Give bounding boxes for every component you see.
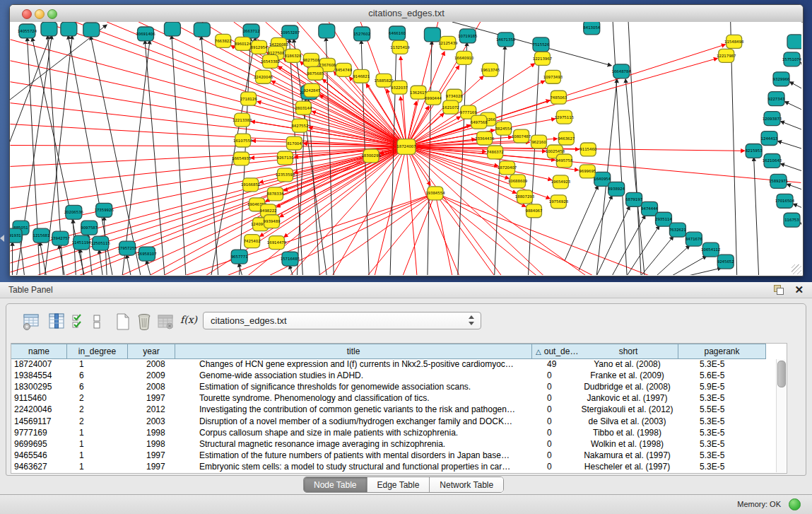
cell-title[interactable]: Changes of HCN gene expression and I(f) … (175, 358, 553, 370)
yellow-paper-node[interactable]: 19613745 (481, 63, 500, 76)
cell-short[interactable]: Dudbridge et al. (2008) (579, 381, 676, 392)
table-settings-icon[interactable] (22, 313, 40, 331)
cell-name[interactable]: 18724007 (11, 358, 67, 370)
teal-paper-node[interactable]: 14671358 (496, 33, 516, 47)
cell-title[interactable]: Structural magnetic resonance image aver… (175, 438, 553, 450)
window-resize-grip[interactable] (792, 264, 801, 274)
table-row[interactable]: 1456911722003Disruption of a novel membe… (11, 416, 786, 427)
cell-name[interactable]: 18300295 (11, 381, 67, 392)
function-icon[interactable]: f(x) (180, 314, 199, 332)
scrollbar-thumb[interactable] (777, 361, 786, 387)
network-canvas[interactable]: 1405572430691406266371210953287152760264… (10, 22, 801, 275)
teal-paper-node[interactable]: 8938924 (608, 182, 625, 196)
yellow-paper-node[interactable]: 9699695 (579, 165, 596, 178)
table-type-tabs[interactable]: Node TableEdge TableNetwork Table (303, 477, 504, 493)
yellow-paper-node[interactable]: 12975115 (555, 110, 574, 124)
tab-edge-table[interactable]: Edge Table (367, 477, 430, 492)
teal-paper-node[interactable] (194, 23, 210, 37)
teal-paper-node[interactable]: 7632621 (669, 223, 686, 237)
cell-short[interactable]: Tibbo et al. (1998) (579, 427, 676, 438)
column-header-pagerank[interactable]: pagerank (678, 344, 766, 359)
table-row[interactable]: 946554611997Estimation of the future num… (11, 450, 786, 461)
yellow-paper-node[interactable]: 11548498 (724, 35, 744, 48)
yellow-paper-node[interactable]: 10688609 (508, 175, 528, 188)
cell-title[interactable]: Disruption of a novel member of a sodium… (175, 416, 553, 427)
teal-paper-node[interactable]: 9245652 (717, 255, 734, 269)
teal-paper-node[interactable]: 10654112 (701, 243, 720, 257)
yellow-paper-node[interactable]: 9875685 (307, 66, 324, 80)
trash-icon[interactable] (135, 313, 153, 331)
tab-network-table[interactable]: Network Table (430, 477, 503, 492)
teal-paper-node[interactable]: 8413054 (583, 22, 601, 35)
network-window-titlebar[interactable]: citations_edges.txt (10, 5, 803, 23)
teal-paper-node[interactable]: 7515526 (532, 37, 550, 52)
yellow-paper-node[interactable]: 16640910 (454, 51, 474, 64)
yellow-paper-node[interactable]: 8960124 (235, 37, 252, 50)
cell-short[interactable]: de Silva et al. (2003) (579, 416, 676, 427)
network-view-window[interactable]: citations_edges.txt 14055724306914062663… (9, 4, 804, 276)
yellow-paper-node[interactable]: 7486372 (487, 146, 504, 159)
cell-in-degree[interactable]: 1 (67, 358, 137, 370)
yellow-paper-node[interactable]: 16654935 (232, 152, 251, 165)
teal-paper-node[interactable]: 12093873 (763, 112, 782, 126)
teal-paper-node[interactable] (41, 22, 57, 36)
teal-paper-node[interactable]: 116753 (784, 213, 800, 227)
cell-short[interactable]: Franke et al. (2009) (579, 370, 676, 381)
yellow-paper-node[interactable]: 6990444 (425, 91, 442, 105)
yellow-paper-node[interactable]: 12125439 (438, 36, 458, 49)
teal-paper-node[interactable]: 16648784 (611, 64, 631, 78)
yellow-paper-node[interactable]: 1621072 (442, 100, 459, 114)
cell-title[interactable]: Investigating the contribution of common… (175, 404, 553, 415)
yellow-paper-node[interactable]: 8878334 (267, 187, 285, 201)
cell-short[interactable]: Wolkin et al. (1998) (579, 438, 676, 450)
yellow-paper-node[interactable]: 9495758 (555, 154, 573, 168)
float-panel-icon[interactable] (774, 285, 784, 295)
teal-paper-node[interactable]: 16210643 (763, 153, 782, 168)
teal-paper-node[interactable]: 9329966 (773, 72, 791, 86)
yellow-paper-node[interactable]: 7485063 (550, 90, 567, 104)
yellow-paper-node[interactable]: 817004 (286, 136, 302, 150)
yellow-paper-node[interactable]: 12213383 (233, 113, 252, 127)
teal-paper-node[interactable] (61, 22, 77, 36)
yellow-paper-node[interactable]: 16914479 (267, 236, 287, 250)
teal-paper-node[interactable]: 8215953 (746, 144, 763, 158)
teal-paper-node[interactable]: 6879197 (625, 192, 642, 206)
column-header-out-de-[interactable]: △out_de… (532, 344, 582, 359)
teal-paper-node[interactable] (424, 28, 440, 42)
teal-paper-node[interactable]: 2663712 (243, 24, 260, 38)
teal-paper-node[interactable]: 14055724 (18, 24, 37, 38)
yellow-paper-node[interactable]: 9115460 (579, 143, 597, 156)
cell-title[interactable]: Tourette syndrome. Phenomenology and cla… (175, 392, 553, 404)
row-check-icon[interactable] (70, 313, 88, 331)
teal-paper-node[interactable]: 9097587 (81, 221, 98, 235)
cell-pagerank[interactable]: 5.3E-5 (678, 416, 784, 427)
yellow-paper-node[interactable]: 9939489 (264, 215, 281, 228)
column-header-year[interactable]: year (128, 344, 175, 359)
cell-pagerank[interactable]: 5.3E-5 (678, 461, 784, 472)
cell-short[interactable]: Stergiakouli et al. (2012) (579, 404, 676, 415)
cell-pagerank[interactable]: 5.9E-5 (678, 381, 784, 392)
teal-paper-node[interactable]: 17359926 (95, 203, 114, 217)
teal-paper-node[interactable]: 20206536 (64, 205, 84, 219)
cell-in-degree[interactable]: 6 (67, 370, 137, 381)
yellow-paper-node[interactable]: 3824554 (495, 122, 513, 135)
teal-paper-node[interactable]: 6466160 (389, 26, 406, 40)
teal-paper-node[interactable]: 12505115 (91, 236, 110, 250)
column-header-in-degree[interactable]: in_degree (67, 344, 128, 359)
cell-pagerank[interactable]: 5.6E-5 (678, 370, 784, 381)
cell-pagerank[interactable]: 5.3E-5 (678, 358, 784, 370)
cell-in-degree[interactable]: 1 (67, 450, 137, 461)
yellow-paper-node[interactable]: 9267130 (276, 151, 294, 165)
cell-in-degree[interactable]: 1 (67, 461, 137, 472)
teal-paper-node[interactable] (83, 23, 100, 37)
cell-name[interactable]: 9463627 (11, 461, 67, 472)
network-table-selector[interactable]: citations_edges.txt (203, 312, 481, 329)
cell-in-degree[interactable]: 2 (67, 392, 137, 404)
teal-paper-node[interactable]: 8471676 (686, 232, 703, 246)
yellow-paper-node[interactable]: 9827508 (302, 53, 320, 66)
teal-paper-node[interactable]: 15716485 (281, 252, 300, 266)
teal-paper-node[interactable]: 15751074 (782, 52, 801, 66)
yellow-paper-node[interactable]: 9463627 (558, 132, 575, 145)
teal-paper-node[interactable]: 9657771 (231, 250, 248, 264)
yellow-paper-node[interactable]: 22420046 (254, 70, 273, 83)
